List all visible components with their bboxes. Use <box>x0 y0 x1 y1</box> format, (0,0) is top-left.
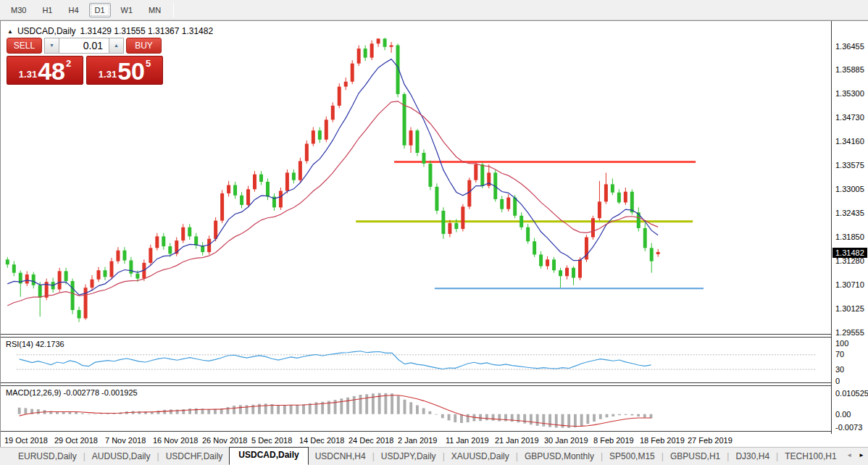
candle-body <box>305 143 309 161</box>
candle-body <box>461 206 464 229</box>
tab-usdcnh-h4[interactable]: USDCNH,H4 <box>309 449 372 464</box>
tab-usdcad-daily[interactable]: USDCAD,Daily <box>229 447 308 465</box>
tab-gbpusd-h1[interactable]: GBPUSD,H1 <box>664 449 727 464</box>
candle-body <box>25 275 29 284</box>
macd-bar <box>290 405 293 414</box>
sell-button[interactable]: SELL <box>7 38 42 54</box>
toolbar-separator <box>173 3 174 17</box>
candle-body <box>416 130 420 153</box>
candle-body <box>422 153 425 164</box>
lot-increase-button[interactable]: ▲ <box>109 38 124 54</box>
candle-body <box>403 94 406 146</box>
candle-body <box>285 172 289 190</box>
date-axis-label: 27 Feb 2019 <box>688 436 733 445</box>
price-axis-label: 1.33005 <box>835 185 864 194</box>
price-axis-label: 1.34160 <box>835 137 864 146</box>
candle-body <box>207 239 211 252</box>
candle-body <box>467 180 471 207</box>
candle-body <box>598 201 601 218</box>
candle-body <box>344 82 348 87</box>
candle-body <box>338 87 341 106</box>
tab-sp500-m15[interactable]: SP500,M15 <box>603 449 662 464</box>
date-axis[interactable]: 19 Oct 201829 Oct 20187 Nov 201816 Nov 2… <box>1 434 831 448</box>
timeframe-button-d1[interactable]: D1 <box>89 3 111 17</box>
tab-scroll-left-icon[interactable]: ◄ <box>846 452 852 458</box>
macd-bar <box>574 414 577 427</box>
candle-body <box>435 187 438 211</box>
timeframe-button-h4[interactable]: H4 <box>62 3 84 17</box>
lot-decrease-button[interactable]: ▼ <box>44 38 59 54</box>
macd-bar <box>18 408 21 414</box>
tab-gbpusd-monthly[interactable]: GBPUSD,Monthly <box>518 449 601 464</box>
sell-price-pip: 2 <box>66 58 71 69</box>
tab-xauusd-daily[interactable]: XAUUSD,Daily <box>445 449 516 464</box>
candle-body <box>181 227 185 240</box>
sell-price-big: 48 <box>38 61 65 82</box>
candle-body <box>578 259 582 277</box>
candle-body <box>474 164 477 180</box>
tab-scroll-right-icon[interactable]: ► <box>859 452 864 458</box>
candle-body <box>383 38 387 46</box>
collapse-icon[interactable]: ▲ <box>7 28 13 35</box>
candle-body <box>565 268 569 276</box>
candle-body <box>12 264 16 272</box>
macd-bar <box>606 414 609 418</box>
buy-button[interactable]: BUY <box>126 38 162 54</box>
timeframe-button-mn[interactable]: MN <box>143 3 167 17</box>
candle-body <box>129 260 133 273</box>
macd-bar <box>258 404 261 414</box>
candle-body <box>325 120 328 139</box>
candle-body <box>480 164 484 186</box>
rsi-axis-label: 30 <box>835 365 844 374</box>
macd-bar <box>593 414 596 422</box>
macd-bar <box>277 405 280 414</box>
timeframe-toolbar: M30H1H4D1W1MN <box>0 0 868 20</box>
macd-bar <box>296 405 299 414</box>
price-axis-label: 1.33575 <box>835 161 864 170</box>
macd-bar <box>62 412 65 414</box>
price-axis[interactable]: 1.364551.358851.353001.347301.341601.335… <box>831 21 868 434</box>
date-axis-label: 30 Jan 2019 <box>544 436 588 445</box>
macd-bar <box>630 414 633 416</box>
date-axis-label: 11 Jan 2019 <box>446 436 489 445</box>
macd-bar <box>586 414 589 424</box>
tab-tech100-h1[interactable]: TECH100,H1 <box>778 449 843 464</box>
macd-axis-label: 0.00 <box>835 410 851 419</box>
macd-bar <box>536 414 539 426</box>
price-axis-label: 1.30125 <box>835 304 864 314</box>
tab-eurusd-daily[interactable]: EURUSD,Daily <box>12 449 83 464</box>
tab-usdchf-daily[interactable]: USDCHF,Daily <box>159 449 230 464</box>
macd-bar <box>239 405 242 414</box>
candle-body <box>624 192 627 203</box>
tab-audusd-daily[interactable]: AUDUSD,Daily <box>85 449 157 464</box>
rsi-axis-label: 0 <box>835 377 840 386</box>
rsi-panel-svg[interactable] <box>1 337 831 383</box>
macd-bar <box>353 396 356 414</box>
candle-body <box>519 216 523 227</box>
macd-bar <box>441 414 444 418</box>
price-axis-label: 1.29555 <box>835 328 864 338</box>
timeframe-button-h1[interactable]: H1 <box>36 3 58 17</box>
sell-price-panel[interactable]: 1.31 48 2 <box>7 56 83 85</box>
candle-body <box>370 43 374 57</box>
ma-fast-line <box>7 59 658 296</box>
candle-body <box>364 49 367 58</box>
timeframe-button-w1[interactable]: W1 <box>115 3 139 17</box>
candle-body <box>591 218 595 237</box>
macd-bar <box>643 414 646 418</box>
macd-bar <box>492 414 495 421</box>
lot-size-input[interactable] <box>59 38 109 54</box>
macd-bar <box>81 413 84 414</box>
tab-dj30-h4[interactable]: DJ30,H4 <box>729 449 776 464</box>
chart-title-row: ▲ USDCAD,Daily 1.31429 1.31555 1.31367 1… <box>7 26 213 36</box>
lot-size-stepper: ▼ ▲ <box>44 38 124 54</box>
timeframe-button-m30[interactable]: M30 <box>5 3 32 17</box>
chart-symbol-title: USDCAD,Daily <box>17 26 76 36</box>
macd-bar <box>485 414 488 421</box>
candle-body <box>539 254 543 266</box>
date-axis-label: 8 Feb 2019 <box>593 436 634 445</box>
buy-price-panel[interactable]: 1.31 50 5 <box>86 56 163 85</box>
macd-axis-label: -0.0073 <box>835 423 862 432</box>
tab-usdjpy-daily[interactable]: USDJPY,Daily <box>375 449 443 464</box>
date-axis-label: 19 Oct 2018 <box>4 436 48 445</box>
